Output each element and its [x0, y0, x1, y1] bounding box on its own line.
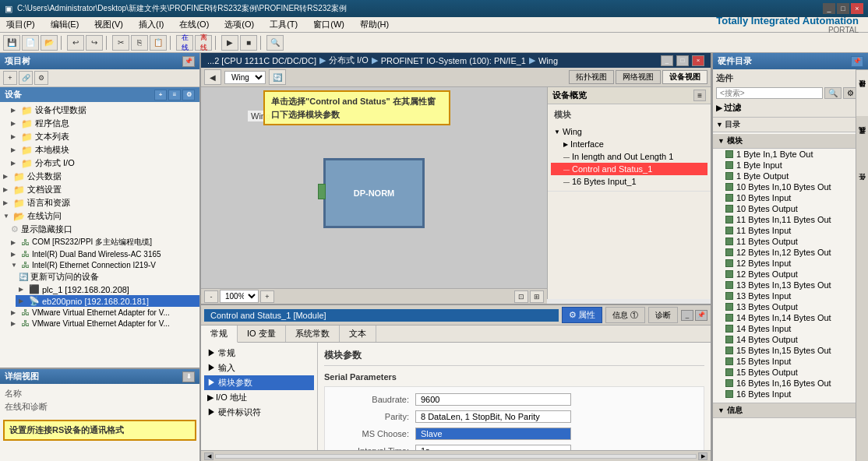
catalog-item-16[interactable]: 14 Bytes Input [713, 323, 856, 334]
search-config-button[interactable]: ⚙ [843, 87, 856, 99]
tree-item-vmware1[interactable]: ▶ 🖧 VMware Virtual Ethernet Adapter for … [8, 307, 199, 318]
directory-header[interactable]: ▼ 目录 [716, 119, 852, 130]
parity-value[interactable]: 8 DataLen, 1 StopBit, No Parity [415, 410, 571, 423]
menu-project[interactable]: 项目(P) [3, 17, 38, 32]
overview-item-16bytes[interactable]: — 16 Bytes Input_1 [551, 175, 707, 188]
diagnostics-tab-button[interactable]: 诊断 [648, 307, 678, 323]
detail-controls[interactable]: ⬇ [182, 371, 195, 382]
catalog-pin[interactable]: 📌 [851, 56, 863, 67]
tree-item-show-interfaces[interactable]: ⚙ 显示隐藏接口 [8, 223, 199, 236]
copy-button[interactable]: ⎘ [131, 35, 148, 51]
info-tab-button[interactable]: 信息 ① [605, 307, 645, 323]
tree-item-language[interactable]: ▶ 📁 语言和资源 [0, 196, 199, 209]
catalog-item-4[interactable]: 10 Bytes Input [713, 192, 856, 203]
prop-tree-io-address[interactable]: ▶ I/O 地址 [204, 390, 314, 405]
catalog-item-17[interactable]: 14 Bytes Output [713, 334, 856, 345]
add-device-button[interactable]: + [3, 71, 17, 85]
properties-tab-button[interactable]: ⚙ 属性 [562, 307, 602, 323]
dp-norm-box[interactable]: DP-NORM [323, 158, 425, 228]
tree-item-text-list[interactable]: ▶ 📁 文本列表 [8, 130, 199, 143]
tree-item-intel-ethernet[interactable]: ▼ 🖧 Intel(R) Ethernet Connection I219-V [8, 259, 199, 270]
tree-settings-button[interactable]: ⚙ [34, 71, 48, 85]
catalog-item-14[interactable]: 13 Bytes Output [713, 301, 856, 312]
catalog-item-18[interactable]: 15 Bytes In,15 Bytes Out [713, 345, 856, 356]
open-button[interactable]: 📂 [41, 35, 58, 51]
catalog-item-22[interactable]: 16 Bytes Input [713, 389, 856, 399]
tree-item-intel-wireless[interactable]: ▶ 🖧 Intel(R) Dual Band Wireless-AC 3165 [8, 248, 199, 259]
prop-minimize[interactable]: _ [681, 310, 693, 321]
cut-button[interactable]: ✂ [112, 35, 129, 51]
side-tab-catalog[interactable]: 硬件目录 [856, 69, 868, 116]
search-button[interactable]: 🔍 [824, 87, 842, 99]
menu-view[interactable]: 视图(V) [91, 17, 126, 32]
info-section-header[interactable]: ▼ 信息 [713, 403, 856, 418]
menu-window[interactable]: 窗口(W) [310, 17, 348, 32]
devices-add-button[interactable]: + [154, 90, 167, 100]
catalog-item-11[interactable]: 12 Bytes Output [713, 269, 856, 280]
zoom-out-button[interactable]: - [204, 290, 218, 303]
scrollbar-track[interactable] [215, 454, 697, 459]
menu-online[interactable]: 在线(O) [176, 17, 212, 32]
tree-item-distributed-io[interactable]: ▶ 📁 分布式 I/O [8, 157, 199, 170]
device-view-tab[interactable]: 设备视图 [662, 70, 707, 84]
zoom-in-button[interactable]: 🔍 [266, 35, 284, 51]
catalog-controls[interactable]: 📌 [851, 56, 863, 67]
catalog-item-10[interactable]: 12 Bytes Input [713, 258, 856, 269]
prop-tree-input[interactable]: ▶ 输入 [204, 361, 314, 375]
catalog-item-6[interactable]: 11 Bytes In,11 Bytes Out [713, 214, 856, 225]
topology-view-tab[interactable]: 拓扑视图 [569, 70, 614, 84]
tab-general[interactable]: 常规 [201, 326, 238, 343]
prop-tree-module-params[interactable]: ▶ 模块参数 [204, 375, 314, 390]
tab-io-variables[interactable]: IO 变量 [238, 326, 286, 342]
tree-item-plc[interactable]: ▶ ⬛ plc_1 [192.168.20.208] [16, 283, 199, 295]
tree-item-doc-settings[interactable]: ▶ 📁 文档设置 [0, 183, 199, 196]
detail-pin[interactable]: ⬇ [182, 371, 195, 382]
nav-window-controls[interactable]: _ □ × [661, 55, 704, 66]
prop-tree-general[interactable]: ▶ 常规 [204, 346, 314, 361]
device-selector[interactable]: Wing [224, 71, 266, 84]
tab-text[interactable]: 文本 [340, 326, 376, 342]
refresh-button[interactable]: 🔄 [269, 69, 286, 85]
link-button[interactable]: 🔗 [19, 71, 33, 85]
catalog-item-9[interactable]: 12 Bytes In,12 Bytes Out [713, 247, 856, 258]
overview-item-wing[interactable]: ▼ Wing [551, 125, 707, 138]
catalog-item-13[interactable]: 13 Bytes Input [713, 290, 856, 301]
undo-button[interactable]: ↩ [67, 35, 84, 51]
menu-options[interactable]: 选项(O) [221, 17, 257, 32]
fit-view-button[interactable]: ⊡ [514, 290, 528, 303]
nav-maximize[interactable]: □ [676, 55, 689, 66]
modules-section-header[interactable]: ▼ 模块 [713, 134, 856, 149]
menu-insert[interactable]: 插入(I) [136, 17, 167, 32]
baudrate-value[interactable]: 9600 [415, 393, 571, 406]
project-tree-pin[interactable]: 📌 [182, 56, 195, 67]
catalog-item-21[interactable]: 16 Bytes In,16 Bytes Out [713, 378, 856, 389]
close-button[interactable]: × [851, 3, 863, 14]
tree-item-program-info[interactable]: ▶ 📁 程序信息 [8, 117, 199, 130]
tree-item-update-devices[interactable]: 🔄 更新可访问的设备 [16, 270, 199, 283]
catalog-item-15[interactable]: 14 Bytes In,14 Bytes Out [713, 312, 856, 323]
prop-tree-hw-identifier[interactable]: ▶ 硬件标识符 [204, 405, 314, 420]
scroll-right-button[interactable]: ▶ [698, 452, 707, 460]
nav-close[interactable]: × [692, 55, 704, 66]
redo-button[interactable]: ↪ [86, 35, 103, 51]
tree-item-online-access[interactable]: ▼ 📂 在线访问 [0, 209, 199, 223]
devices-controls[interactable]: + ≡ ⚙ [154, 90, 195, 100]
overview-item-interface[interactable]: ▶ Interface [551, 138, 707, 150]
new-button[interactable]: 📄 [22, 35, 39, 51]
nav-minimize[interactable]: _ [661, 55, 673, 66]
tree-item-local-module[interactable]: ▶ 📁 本地模块 [8, 143, 199, 157]
catalog-item-5[interactable]: 10 Bytes Output [713, 203, 856, 214]
side-tab-tasks[interactable]: 任务 [856, 163, 868, 209]
devices-view-button[interactable]: ≡ [168, 90, 181, 100]
menu-help[interactable]: 帮助(H) [357, 17, 392, 32]
prop-window-controls[interactable]: _ 📌 [681, 310, 707, 321]
paste-button[interactable]: 📋 [150, 35, 167, 51]
ms-choose-value[interactable]: Slave [415, 428, 571, 440]
prop-pin[interactable]: 📌 [695, 310, 707, 321]
zoom-select[interactable]: 100% [220, 290, 259, 303]
start-button[interactable]: ▶ [221, 35, 238, 51]
side-tab-info[interactable]: 在线工具 [856, 116, 868, 163]
overview-item-control-status[interactable]: — Control and Status_1 [551, 163, 707, 175]
catalog-item-19[interactable]: 15 Bytes Input [713, 356, 856, 367]
tree-item-com[interactable]: ▶ 🖧 COM [RS232/PPI 多主站编程电缆] [8, 236, 199, 248]
